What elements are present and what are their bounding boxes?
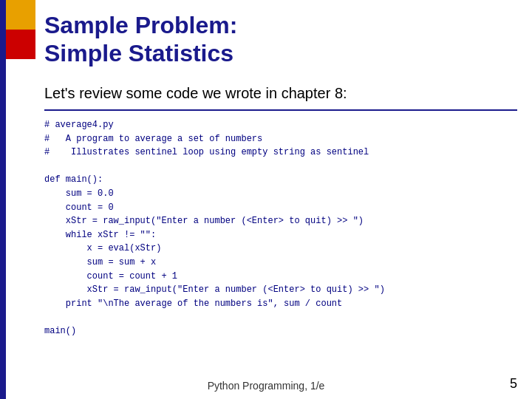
slide: Sample Problem: Simple Statistics Let's … [0,0,532,399]
code-line: xStr = raw_input("Enter a number (<Enter… [44,283,517,297]
code-line: # average4.py [44,118,517,132]
code-line: # A program to average a set of numbers [44,132,517,146]
square-orange [6,0,35,30]
divider [44,109,517,111]
title-area: Sample Problem: Simple Statistics [44,11,237,68]
subtitle-text: Let's review some code we wrote in chapt… [44,85,347,101]
top-squares [6,0,35,59]
code-line: main() [44,324,517,338]
code-line [44,310,517,324]
code-line: print "\nThe average of the numbers is",… [44,297,517,311]
footer: Python Programming, 1/e [0,380,532,392]
code-line: count = count + 1 [44,270,517,284]
code-line: sum = 0.0 [44,187,517,201]
footer-text: Python Programming, 1/e [0,380,532,392]
title-line1: Sample Problem: [44,11,237,39]
code-line [44,160,517,174]
subtitle-area: Let's review some code we wrote in chapt… [44,85,517,102]
title-line2: Simple Statistics [44,39,237,67]
code-line: count = 0 [44,201,517,215]
code-area: # average4.py# A program to average a se… [44,118,517,338]
code-line: def main(): [44,173,517,187]
code-line: # Illustrates sentinel loop using empty … [44,146,517,160]
code-line: x = eval(xStr) [44,242,517,256]
code-line: while xStr != "": [44,228,517,242]
square-red [6,30,35,59]
code-line: xStr = raw_input("Enter a number (<Enter… [44,214,517,228]
page-number: 5 [510,376,517,392]
code-line: sum = sum + x [44,256,517,270]
accent-bar [0,0,6,399]
